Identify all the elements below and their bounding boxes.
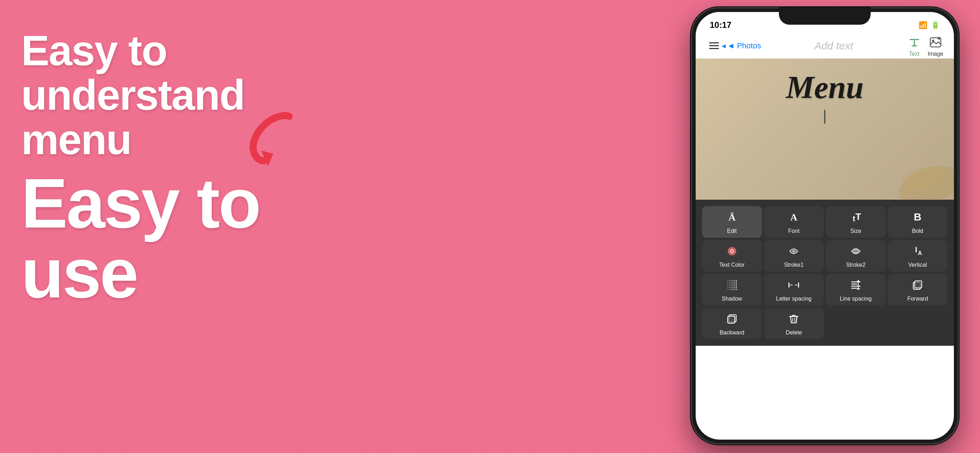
svg-point-28 bbox=[733, 285, 735, 286]
nav-back-button[interactable]: ◂ ◄ Photos bbox=[722, 41, 761, 51]
toolbar-panel: ĀEditAFonttTSizeBBoldText ColorStroke1St… bbox=[696, 200, 954, 346]
headline2: Easy to use bbox=[21, 168, 353, 308]
toolbar-icon-vertical: IA bbox=[912, 245, 924, 259]
hamburger-line bbox=[709, 48, 719, 49]
toolbar-item-shadow[interactable]: Shadow bbox=[702, 274, 762, 305]
svg-point-32 bbox=[731, 286, 733, 288]
svg-point-26 bbox=[729, 285, 730, 286]
svg-text:B: B bbox=[914, 211, 921, 223]
toolbar-item-forward[interactable]: Forward bbox=[888, 274, 948, 305]
toolbar-label-font: Font bbox=[788, 228, 799, 234]
wifi-icon: 📶 bbox=[919, 21, 928, 29]
svg-text:t: t bbox=[853, 214, 856, 223]
svg-rect-41 bbox=[798, 283, 799, 288]
toolbar-item-text_color[interactable]: Text Color bbox=[702, 240, 762, 272]
arrow-container bbox=[240, 106, 310, 176]
arrow-icon bbox=[240, 106, 303, 169]
toolbar-item-line_spacing[interactable]: Line spacing bbox=[826, 274, 886, 305]
svg-point-31 bbox=[729, 286, 730, 288]
svg-point-20 bbox=[727, 282, 729, 284]
toolbar-label-forward: Forward bbox=[907, 296, 928, 302]
toolbar-icon-line_spacing bbox=[850, 279, 862, 293]
gold-decoration bbox=[866, 129, 954, 200]
toolbar-icon-letter_spacing bbox=[788, 279, 800, 293]
toolbar-icon-stroke1 bbox=[788, 245, 800, 259]
toolbar-label-backward: Backward bbox=[720, 329, 745, 336]
svg-point-36 bbox=[729, 289, 730, 290]
svg-point-29 bbox=[735, 285, 737, 286]
svg-point-37 bbox=[731, 289, 733, 290]
svg-point-22 bbox=[731, 282, 733, 284]
svg-rect-40 bbox=[788, 283, 789, 288]
toolbar-item-vertical[interactable]: IAVertical bbox=[888, 240, 948, 272]
toolbar-label-bold: Bold bbox=[912, 228, 923, 234]
toolbar-item-font[interactable]: AFont bbox=[764, 206, 824, 238]
toolbar-icon-stroke2 bbox=[850, 245, 862, 259]
svg-point-35 bbox=[727, 289, 729, 290]
svg-point-34 bbox=[735, 286, 737, 288]
svg-rect-45 bbox=[728, 316, 735, 323]
toolbar-item-edit[interactable]: ĀEdit bbox=[702, 206, 762, 238]
text-nav-button[interactable]: Text bbox=[907, 35, 922, 57]
svg-point-23 bbox=[733, 282, 735, 284]
toolbar-icon-delete bbox=[788, 313, 800, 327]
toolbar-label-size: Size bbox=[850, 228, 861, 234]
svg-point-30 bbox=[727, 286, 729, 288]
toolbar-icon-shadow bbox=[726, 279, 738, 293]
toolbar-item-bold[interactable]: BBold bbox=[888, 206, 948, 238]
hamburger-line bbox=[709, 45, 719, 46]
image-nav-icon bbox=[928, 35, 943, 50]
toolbar-label-delete: Delete bbox=[786, 329, 802, 336]
nav-actions: Text Image bbox=[907, 35, 943, 57]
toolbar-icon-forward bbox=[912, 279, 924, 293]
svg-point-33 bbox=[733, 286, 735, 288]
image-nav-button[interactable]: Image bbox=[928, 35, 943, 57]
svg-point-24 bbox=[735, 282, 737, 284]
toolbar-icon-font: A bbox=[788, 211, 800, 225]
toolbar-label-stroke1: Stroke1 bbox=[784, 262, 803, 268]
nav-title: Add text bbox=[761, 40, 906, 52]
text-nav-label: Text bbox=[909, 51, 920, 57]
toolbar-label-letter_spacing: Letter spacing bbox=[776, 296, 812, 302]
toolbar-label-vertical: Vertical bbox=[908, 262, 927, 268]
toolbar-icon-bold: B bbox=[912, 211, 924, 225]
toolbar-grid: ĀEditAFonttTSizeBBoldText ColorStroke1St… bbox=[700, 204, 950, 342]
svg-point-18 bbox=[733, 280, 735, 281]
selection-handle bbox=[824, 110, 826, 124]
toolbar-item-letter_spacing[interactable]: Letter spacing bbox=[764, 274, 824, 305]
svg-point-21 bbox=[729, 282, 730, 284]
toolbar-item-size[interactable]: tTSize bbox=[826, 206, 886, 238]
svg-point-15 bbox=[727, 280, 729, 281]
hamburger-button[interactable] bbox=[706, 40, 722, 52]
battery-icon: 🔋 bbox=[931, 21, 940, 29]
canvas-menu-text: Menu bbox=[786, 69, 864, 105]
svg-point-27 bbox=[731, 285, 733, 286]
svg-rect-43 bbox=[915, 281, 922, 288]
svg-text:A: A bbox=[790, 212, 798, 223]
svg-point-38 bbox=[733, 289, 735, 290]
toolbar-label-line_spacing: Line spacing bbox=[840, 296, 872, 302]
phone-frame: 10:17 📶 🔋 ◂ ◄ Photos Add text bbox=[691, 7, 959, 445]
phone-mockup: 10:17 📶 🔋 ◂ ◄ Photos Add text bbox=[691, 7, 959, 445]
phone-screen: 10:17 📶 🔋 ◂ ◄ Photos Add text bbox=[696, 12, 954, 440]
toolbar-label-text_color: Text Color bbox=[719, 262, 745, 268]
svg-point-2 bbox=[932, 40, 934, 41]
toolbar-item-stroke2[interactable]: Stroke2 bbox=[826, 240, 886, 272]
toolbar-icon-text_color bbox=[726, 245, 738, 259]
svg-text:Ā: Ā bbox=[729, 212, 736, 223]
canvas-area: Menu bbox=[696, 59, 954, 200]
toolbar-label-shadow: Shadow bbox=[722, 296, 742, 302]
svg-text:A: A bbox=[918, 250, 922, 256]
toolbar-item-delete[interactable]: Delete bbox=[764, 308, 824, 339]
toolbar-icon-edit: Ā bbox=[726, 211, 738, 225]
back-chevron-icon: ◂ bbox=[722, 41, 725, 51]
hamburger-line bbox=[709, 42, 719, 43]
svg-point-39 bbox=[735, 289, 737, 290]
toolbar-label-edit: Edit bbox=[727, 228, 737, 234]
toolbar-item-stroke1[interactable]: Stroke1 bbox=[764, 240, 824, 272]
back-label: ◄ Photos bbox=[727, 41, 761, 51]
toolbar-item-backward[interactable]: Backward bbox=[702, 308, 762, 339]
svg-point-17 bbox=[731, 280, 733, 281]
svg-text:T: T bbox=[856, 211, 861, 222]
text-nav-icon bbox=[907, 35, 922, 50]
